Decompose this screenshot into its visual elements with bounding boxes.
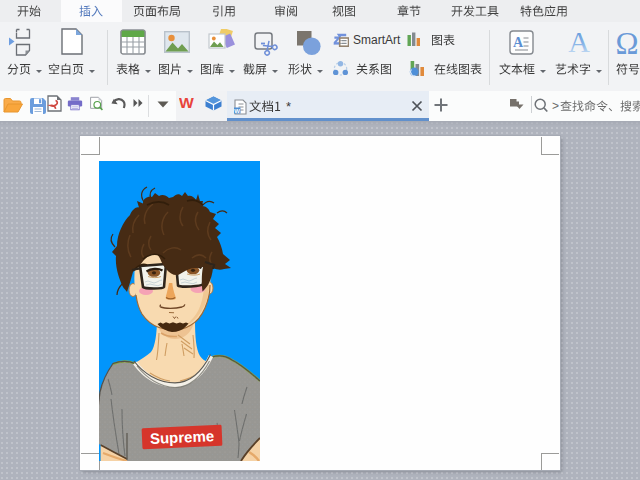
svg-text:A: A (568, 28, 590, 56)
svg-text:Supreme: Supreme (150, 427, 215, 447)
svg-text:A: A (513, 35, 524, 50)
svg-text:Ω: Ω (615, 29, 638, 56)
svg-text:W: W (234, 108, 240, 114)
